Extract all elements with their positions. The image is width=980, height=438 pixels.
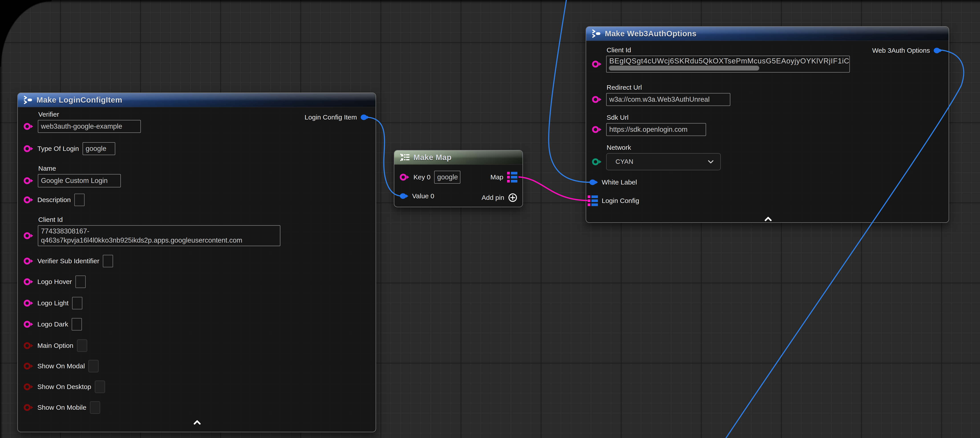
field-logo-light: Logo Light bbox=[24, 296, 82, 310]
output-label: Web 3Auth Options bbox=[872, 47, 930, 54]
pin-string-description[interactable] bbox=[24, 196, 34, 204]
pin-bool-main-option[interactable] bbox=[24, 342, 34, 349]
logo-dark-label: Logo Dark bbox=[37, 320, 68, 328]
pin-bool-show-on-mobile[interactable] bbox=[24, 404, 34, 411]
add-pin-button[interactable]: Add pin bbox=[482, 191, 518, 204]
pin-string-logo-light[interactable] bbox=[24, 299, 34, 307]
node-title: Make LoginConfigItem bbox=[37, 96, 122, 104]
viewport-corner-mask bbox=[0, 0, 52, 67]
field-client-id: Client Id BEglQSgt4cUWcj6SKRdu5QkOXTsePm… bbox=[592, 46, 850, 73]
make-struct-pin-icon bbox=[592, 29, 601, 38]
name-label: Name bbox=[38, 165, 121, 172]
node-make-web3authoptions[interactable]: Make Web3AuthOptions Client Id BEglQSgt4… bbox=[586, 26, 949, 223]
field-value-0: Value 0 bbox=[400, 190, 434, 203]
network-selected-value: CYAN bbox=[616, 158, 633, 166]
main-option-checkbox[interactable] bbox=[77, 339, 87, 352]
field-verifier: Verifier web3auth-google-example bbox=[24, 111, 141, 133]
type-of-login-label: Type Of Login bbox=[37, 145, 79, 153]
add-pin-label: Add pin bbox=[482, 194, 504, 201]
value-0-label: Value 0 bbox=[412, 192, 434, 200]
redirect-url-input[interactable]: w3a://com.w3a.Web3AuthUnreal bbox=[606, 93, 730, 106]
node-title: Make Web3AuthOptions bbox=[605, 29, 697, 38]
show-on-desktop-label: Show On Desktop bbox=[37, 383, 91, 390]
chevron-down-icon bbox=[708, 160, 714, 164]
pin-string-key-0[interactable] bbox=[400, 174, 410, 181]
logo-hover-input[interactable] bbox=[75, 276, 86, 288]
field-logo-dark: Logo Dark bbox=[24, 318, 82, 331]
description-input[interactable] bbox=[74, 194, 84, 206]
key-0-label: Key 0 bbox=[414, 174, 431, 181]
plus-circle-icon bbox=[508, 193, 518, 202]
pin-string-verifier[interactable] bbox=[24, 123, 34, 130]
field-redirect-url: Redirect Url w3a://com.w3a.Web3AuthUnrea… bbox=[592, 84, 730, 106]
output-login-config-item: Login Config Item bbox=[305, 111, 369, 124]
name-input[interactable]: Google Custom Login bbox=[38, 174, 121, 187]
show-on-modal-checkbox[interactable] bbox=[88, 360, 99, 372]
client-id-input[interactable]: BEglQSgt4cUWcj6SKRdu5QkOXTsePmMcusG5EAoy… bbox=[606, 56, 850, 73]
node-header-make-web3authoptions[interactable]: Make Web3AuthOptions bbox=[586, 27, 949, 41]
pin-enum-network[interactable] bbox=[592, 158, 602, 166]
pin-struct-white-label[interactable] bbox=[589, 178, 598, 186]
viewport-top-shadow bbox=[0, 0, 980, 3]
wire-offscreen-to-white-label[interactable] bbox=[549, 0, 590, 182]
network-label: Network bbox=[606, 144, 721, 151]
pin-string-client-id[interactable] bbox=[592, 60, 602, 68]
wire-map-to-login-config[interactable] bbox=[519, 177, 587, 201]
pin-struct-value-0[interactable] bbox=[400, 192, 409, 200]
verifier-input[interactable]: web3auth-google-example bbox=[38, 120, 141, 133]
pin-string-sdk-url[interactable] bbox=[592, 126, 602, 133]
chevron-up-icon[interactable] bbox=[764, 216, 773, 222]
white-label-label: White Label bbox=[602, 178, 637, 186]
pin-bool-show-on-modal[interactable] bbox=[24, 362, 34, 370]
show-on-modal-label: Show On Modal bbox=[37, 362, 85, 370]
type-of-login-input[interactable]: google bbox=[83, 142, 115, 155]
show-on-desktop-checkbox[interactable] bbox=[95, 381, 105, 393]
pin-string-verifier-sub-identifier[interactable] bbox=[24, 257, 34, 265]
field-key-0: Key 0 google bbox=[400, 170, 460, 184]
field-sdk-url: Sdk Url https://sdk.openlogin.com bbox=[592, 114, 706, 136]
logo-light-label: Logo Light bbox=[37, 299, 68, 307]
show-on-mobile-checkbox[interactable] bbox=[90, 401, 100, 414]
pin-map-login-config[interactable] bbox=[587, 195, 598, 207]
output-web3auth-options: Web 3Auth Options bbox=[872, 44, 942, 57]
viewport-left-shadow bbox=[0, 0, 3, 438]
logo-light-input[interactable] bbox=[72, 297, 82, 309]
field-login-config: Login Config bbox=[587, 194, 639, 207]
output-map: Map bbox=[490, 170, 518, 184]
horizontal-scrollbar[interactable] bbox=[609, 66, 759, 70]
node-header-make-loginconfigitem[interactable]: Make LoginConfigItem bbox=[18, 93, 375, 107]
redirect-url-label: Redirect Url bbox=[606, 84, 730, 91]
pin-bool-show-on-desktop[interactable] bbox=[24, 383, 34, 390]
pin-string-logo-dark[interactable] bbox=[24, 320, 34, 328]
node-make-loginconfigitem[interactable]: Make LoginConfigItem Verifier web3auth-g… bbox=[18, 92, 376, 432]
sdk-url-label: Sdk Url bbox=[606, 114, 706, 121]
field-show-on-desktop: Show On Desktop bbox=[24, 380, 105, 393]
field-logo-hover: Logo Hover bbox=[24, 275, 86, 288]
logo-dark-input[interactable] bbox=[72, 318, 82, 331]
field-verifier-sub-identifier: Verifier Sub Identifier bbox=[24, 254, 113, 268]
verifier-label: Verifier bbox=[38, 111, 141, 118]
logo-hover-label: Logo Hover bbox=[37, 278, 72, 285]
verifier-sub-identifier-input[interactable] bbox=[103, 255, 113, 267]
pin-string-name[interactable] bbox=[24, 177, 34, 185]
pin-struct-web3auth-options[interactable] bbox=[934, 47, 942, 54]
pin-string-type-of-login[interactable] bbox=[24, 145, 34, 153]
chevron-up-icon[interactable] bbox=[193, 420, 202, 425]
pin-struct-login-config-item[interactable] bbox=[361, 113, 369, 121]
node-header-make-map[interactable]: Make Map bbox=[394, 150, 522, 165]
node-make-map[interactable]: Make Map Key 0 google Map Value 0 bbox=[394, 150, 523, 207]
client-id-text: BEglQSgt4cUWcj6SKRdu5QkOXTsePmMcusG5EAoy… bbox=[609, 57, 850, 65]
pin-string-logo-hover[interactable] bbox=[24, 278, 34, 285]
field-show-on-modal: Show On Modal bbox=[24, 360, 99, 373]
login-config-label: Login Config bbox=[602, 197, 639, 204]
client-id-input[interactable]: 774338308167-q463s7kpvja16l4l0kko3nb925i… bbox=[38, 225, 280, 246]
client-id-label: Client Id bbox=[606, 46, 850, 54]
sdk-url-input[interactable]: https://sdk.openlogin.com bbox=[606, 123, 706, 136]
pin-string-redirect-url[interactable] bbox=[592, 96, 602, 103]
blueprint-graph-canvas[interactable]: Make LoginConfigItem Verifier web3auth-g… bbox=[0, 0, 980, 438]
pin-map-output[interactable] bbox=[507, 171, 518, 183]
key-0-input[interactable]: google bbox=[434, 171, 460, 184]
node-title: Make Map bbox=[414, 153, 452, 162]
network-dropdown[interactable]: CYAN bbox=[606, 153, 721, 170]
pin-string-client-id[interactable] bbox=[24, 232, 34, 239]
